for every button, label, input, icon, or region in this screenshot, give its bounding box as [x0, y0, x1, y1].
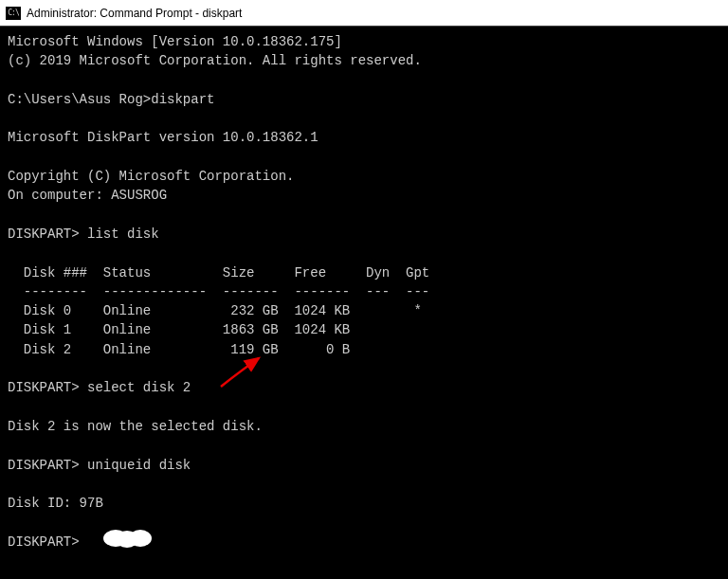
- terminal-output[interactable]: Microsoft Windows [Version 10.0.18362.17…: [0, 27, 728, 579]
- window-titlebar[interactable]: C:\ Administrator: Command Prompt - disk…: [0, 0, 728, 27]
- cmd-icon: C:\: [6, 7, 21, 20]
- terminal-text: Microsoft Windows [Version 10.0.18362.17…: [8, 32, 720, 552]
- window-title: Administrator: Command Prompt - diskpart: [27, 7, 242, 20]
